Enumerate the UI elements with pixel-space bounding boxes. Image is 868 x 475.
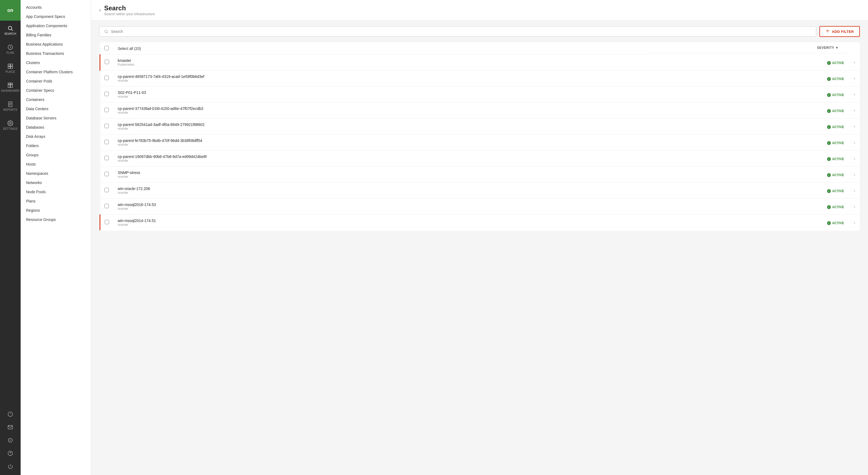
row-sub: vcenter [118, 111, 643, 115]
row-chevron-cell[interactable]: › [849, 119, 860, 135]
select-all-label: Select all (20) [113, 42, 648, 55]
status-badge: ACTIVE [827, 77, 844, 81]
sidebar-item-plan[interactable]: PLAN [0, 40, 21, 59]
nav-list-item[interactable]: Plans [21, 197, 91, 206]
row-checkbox-8[interactable] [104, 188, 109, 192]
google-icon[interactable]: G [4, 434, 16, 446]
nav-list-item[interactable]: Billing Families [21, 30, 91, 40]
sidebar-item-dashboard[interactable]: DASHBOARD [0, 78, 21, 97]
row-status-cell: ACTIVE [648, 119, 849, 135]
row-sub: vcenter [118, 143, 643, 147]
row-name-cell: kmaster Kubernetes [113, 55, 648, 70]
row-checkbox-7[interactable] [104, 172, 109, 176]
table-row[interactable]: cp-parent-46587173-7af4-4319-acad-1e59f0… [100, 70, 860, 87]
table-row[interactable]: cp-parent-fe783b75-9b4b-470f-96dd-3b38f0… [100, 135, 860, 151]
filter-icon [826, 29, 830, 34]
sidebar-item-settings[interactable]: SETTINGS [0, 116, 21, 135]
svg-rect-10 [10, 83, 12, 84]
row-checkbox-6[interactable] [104, 156, 109, 160]
status-badge: ACTIVE [827, 61, 844, 65]
row-chevron-cell[interactable]: › [849, 135, 860, 151]
sidebar-item-search[interactable]: SEARCH [0, 21, 21, 40]
status-dot [827, 61, 831, 65]
help-icon[interactable] [4, 447, 16, 459]
nav-list-item[interactable]: Containers [21, 95, 91, 104]
nav-list-item[interactable]: Node Pools [21, 187, 91, 197]
row-checkbox-1[interactable] [104, 76, 109, 80]
chevron-right-icon: › [854, 108, 855, 113]
row-name: win-oracle-172.206 [118, 186, 643, 191]
nav-list-item[interactable]: Container Pods [21, 77, 91, 86]
chevron-right-icon: › [854, 92, 855, 97]
row-chevron-cell[interactable]: › [849, 167, 860, 183]
nav-list-item[interactable]: Business Applications [21, 40, 91, 49]
nav-list-item[interactable]: Data Centers [21, 104, 91, 114]
select-all-checkbox[interactable] [104, 46, 109, 50]
row-chevron-cell[interactable]: › [849, 87, 860, 102]
row-chevron-cell[interactable]: › [849, 183, 860, 199]
alert-icon[interactable] [4, 408, 16, 420]
nav-list-item[interactable]: Regions [21, 206, 91, 215]
nav-list-item[interactable]: Clusters [21, 58, 91, 67]
row-name-cell: win-mssql2014-174.51 vcenter [113, 215, 648, 231]
row-checkbox-3[interactable] [104, 108, 109, 112]
row-checkbox-2[interactable] [104, 92, 109, 96]
row-name: win-mssql2014-174.51 [118, 218, 643, 223]
row-name-cell: win-oracle-172.206 vcenter [113, 183, 648, 199]
nav-list-item[interactable]: Disk Arrays [21, 132, 91, 141]
chevron-right-icon: › [854, 140, 855, 145]
table-row[interactable]: SNMP-stress vcenter ACTIVE › [100, 167, 860, 183]
nav-list-item[interactable]: Container Specs [21, 86, 91, 95]
nav-list-item[interactable]: Databases [21, 123, 91, 132]
sidebar-item-reports[interactable]: REPORTS [0, 97, 21, 116]
nav-list-item[interactable]: Groups [21, 150, 91, 159]
row-chevron-cell[interactable]: › [849, 70, 860, 87]
status-dot [827, 109, 831, 113]
row-chevron-cell[interactable]: › [849, 199, 860, 215]
status-badge: ACTIVE [827, 141, 844, 145]
table-row[interactable]: cp-parent-19097dbb-90b8-47b8-9d7a-ed99d4… [100, 151, 860, 167]
nav-list-item[interactable]: Business Transactions [21, 49, 91, 58]
nav-list-item[interactable]: Resource Groups [21, 215, 91, 224]
nav-list-item[interactable]: Application Components [21, 21, 91, 30]
brand-logo[interactable]: on [0, 0, 21, 21]
back-button[interactable]: ‹ [99, 7, 101, 13]
power-icon[interactable] [4, 461, 16, 472]
nav-list-item[interactable]: Accounts [21, 3, 91, 12]
nav-list-item[interactable]: Namespaces [21, 169, 91, 178]
table-row[interactable]: win-oracle-172.206 vcenter ACTIVE › [100, 183, 860, 199]
sidebar-item-place[interactable]: PLACE [0, 59, 21, 78]
search-input[interactable] [111, 29, 812, 34]
table-row[interactable]: win-mssql2014-174.51 vcenter ACTIVE › [100, 215, 860, 231]
svg-rect-9 [8, 83, 10, 84]
add-filter-button[interactable]: ADD FILTER [819, 26, 860, 37]
row-checkbox-4[interactable] [104, 124, 109, 128]
nav-list-item[interactable]: Folders [21, 141, 91, 150]
row-chevron-cell[interactable]: › [849, 151, 860, 167]
mail-icon[interactable] [4, 421, 16, 433]
search-icon [104, 29, 108, 34]
row-chevron-cell[interactable]: › [849, 55, 860, 70]
row-name-cell: cp-parent-fe783b75-9b4b-470f-96dd-3b38f0… [113, 135, 648, 151]
table-row[interactable]: kmaster Kubernetes ACTIVE › [100, 55, 860, 70]
table-row[interactable]: cp-parent-37743fad-01fd-4150-ad6e-47f07f… [100, 102, 860, 119]
nav-list-item[interactable]: Networks [21, 178, 91, 187]
nav-list-item[interactable]: App Component Specs [21, 12, 91, 21]
nav-list-item[interactable]: Hosts [21, 159, 91, 169]
row-sub: vcenter [118, 175, 643, 179]
status-dot [827, 221, 831, 225]
row-chevron-cell[interactable]: › [849, 102, 860, 119]
table-row[interactable]: win-mssql2016-174.53 vcenter ACTIVE › [100, 199, 860, 215]
severity-header[interactable]: SEVERITY ▼ [648, 42, 849, 53]
row-checkbox-5[interactable] [104, 140, 109, 144]
row-checkbox-0[interactable] [105, 60, 109, 64]
table-row[interactable]: S02-P01-P11-03 vcenter ACTIVE › [100, 87, 860, 102]
row-checkbox-10[interactable] [105, 220, 109, 224]
table-row[interactable]: cp-parent-582541ad-3adf-4f0a-8949-279921… [100, 119, 860, 135]
svg-line-26 [107, 32, 108, 33]
nav-list-item[interactable]: Database Servers [21, 114, 91, 123]
status-badge: ACTIVE [827, 173, 844, 177]
row-chevron-cell[interactable]: › [849, 215, 860, 231]
nav-list-item[interactable]: Container Platform Clusters [21, 67, 91, 77]
row-checkbox-9[interactable] [104, 204, 109, 208]
